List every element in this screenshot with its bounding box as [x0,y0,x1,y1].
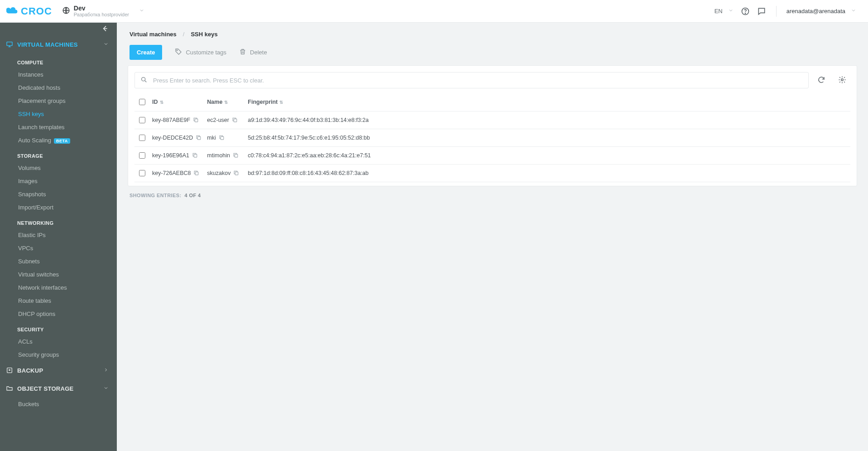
sidebar-item-label: Volumes [18,165,41,171]
gear-icon [838,76,846,85]
svg-rect-12 [194,154,197,157]
table-row[interactable]: key-726AEBC8skuzakovbd:97:1d:8d:09:ff:08… [134,165,850,182]
sidebar-item-label: VPCs [18,245,33,252]
sidebar-section-label: BACKUP [17,367,43,374]
copy-icon[interactable] [190,117,199,123]
sidebar-group-security: SECURITY [0,320,117,335]
sidebar-item-label: Subnets [18,258,40,265]
cell-id: key-726AEBC8 [152,170,191,176]
sidebar-item-label: Auto Scaling [18,137,51,144]
sidebar-item-ssh-keys[interactable]: SSH keys [0,107,117,121]
sidebar-item-vpcs[interactable]: VPCs [0,242,117,255]
sidebar-item-snapshots[interactable]: Snapshots [0,188,117,201]
table-row[interactable]: key-196E96A1mtimohinc0:78:c4:94:a1:87:2c… [134,147,850,165]
sidebar-item-elastic-ips[interactable]: Elastic IPs [0,228,117,242]
help-button[interactable] [737,4,753,19]
breadcrumb-separator: / [183,31,185,38]
customize-tags-button[interactable]: Customize tags [175,48,226,57]
sort-icon: ⇅ [279,100,283,105]
divider [776,6,777,17]
table-card: ID⇅ Name⇅ Fingerprint⇅ key-887ABE9Fec2-u… [128,65,857,186]
refresh-icon [817,76,825,85]
sidebar-item-import-export[interactable]: Import/Export [0,201,117,214]
row-checkbox[interactable] [139,170,145,176]
sidebar-collapse-button[interactable] [0,23,117,35]
column-header-fingerprint[interactable]: Fingerprint⇅ [245,93,850,112]
refresh-button[interactable] [813,72,830,88]
row-checkbox[interactable] [139,152,145,159]
ssh-keys-table: ID⇅ Name⇅ Fingerprint⇅ key-887ABE9Fec2-u… [134,93,850,182]
sidebar-item-label: Elastic IPs [18,232,46,238]
user-menu[interactable]: arenadata@arenadata [783,5,860,17]
cell-fingerprint: bd:97:1d:8d:09:ff:08:c8:16:43:45:48:62:8… [248,170,369,176]
chevron-down-icon [139,8,144,15]
row-checkbox[interactable] [139,135,145,141]
sidebar-item-auto-scaling[interactable]: Auto ScalingBETA [0,134,117,147]
table-row[interactable]: key-DEDCE42Dmki5d:25:b8:4f:5b:74:17:9e:5… [134,129,850,147]
entries-count: SHOWING ENTRIES: 4 OF 4 [128,186,857,202]
sidebar-item-acls[interactable]: ACLs [0,335,117,348]
copy-icon[interactable] [230,170,239,176]
column-header-id[interactable]: ID⇅ [149,93,204,112]
copy-icon[interactable] [191,170,199,176]
sidebar-item-launch-templates[interactable]: Launch templates [0,121,117,134]
sidebar-section-virtual-machines[interactable]: VIRTUAL MACHINES [0,35,117,53]
cell-id: key-196E96A1 [152,152,189,159]
table-settings-button[interactable] [834,72,850,88]
select-all-checkbox[interactable] [139,99,145,105]
toolbar-label: Customize tags [186,49,226,56]
tag-icon [175,48,182,57]
user-email: arenadata@arenadata [786,8,845,15]
cell-name: ec2-user [207,117,229,123]
sidebar-item-instances[interactable]: Instances [0,68,117,81]
search-input-wrapper[interactable] [134,72,809,88]
sidebar-section-backup[interactable]: BACKUP [0,361,117,379]
delete-button[interactable]: Delete [239,48,267,57]
sidebar-item-images[interactable]: Images [0,175,117,188]
sidebar-item-security-groups[interactable]: Security groups [0,348,117,361]
svg-rect-8 [195,119,198,122]
svg-rect-9 [234,119,237,122]
search-input[interactable] [152,77,803,84]
cloud-icon [6,5,18,17]
sidebar-item-placement-groups[interactable]: Placement groups [0,94,117,107]
sidebar-item-virtual-switches[interactable]: Virtual switches [0,268,117,281]
environment-selector[interactable]: Dev Разработка hostprovider [62,5,144,17]
search-icon [140,76,152,85]
breadcrumb-root[interactable]: Virtual machines [129,31,177,38]
column-header-name[interactable]: Name⇅ [204,93,245,112]
sidebar-item-label: Virtual switches [18,271,59,278]
sidebar-item-route-tables[interactable]: Route tables [0,294,117,307]
sidebar-section-object-storage[interactable]: OBJECT STORAGE [0,379,117,398]
chevron-down-icon [728,8,734,15]
toolbar-label: Delete [250,49,267,56]
language-selector[interactable]: EN [711,5,737,17]
cell-fingerprint: 5d:25:b8:4f:5b:74:17:9e:5c:c6:e1:95:05:5… [248,135,370,141]
svg-point-7 [841,78,844,81]
sidebar-group-networking: NETWORKING [0,214,117,228]
svg-rect-14 [196,172,199,175]
row-checkbox[interactable] [139,117,145,123]
sidebar-group-storage: STORAGE [0,147,117,161]
feedback-button[interactable] [753,4,770,19]
chevron-right-icon [103,367,109,374]
copy-icon[interactable] [230,152,239,159]
sidebar-item-buckets[interactable]: Buckets [0,398,117,411]
copy-icon[interactable] [189,152,198,159]
sidebar-item-subnets[interactable]: Subnets [0,255,117,268]
svg-point-2 [745,13,745,13]
sidebar-item-network-interfaces[interactable]: Network interfaces [0,281,117,294]
copy-icon[interactable] [216,135,225,141]
create-button[interactable]: Create [129,45,162,60]
sidebar-item-label: DHCP options [18,310,55,317]
sidebar-item-dhcp-options[interactable]: DHCP options [0,307,117,320]
sidebar-item-label: Network interfaces [18,284,67,291]
copy-icon[interactable] [229,117,238,123]
table-row[interactable]: key-887ABE9Fec2-usera9:1d:39:43:49:76:9c… [134,112,850,129]
copy-icon[interactable] [193,135,201,141]
sidebar-item-volumes[interactable]: Volumes [0,161,117,175]
sidebar-item-dedicated-hosts[interactable]: Dedicated hosts [0,81,117,94]
sidebar-item-label: Snapshots [18,191,46,198]
brand-logo[interactable]: CROC [6,5,52,17]
column-label: Fingerprint [248,99,278,105]
